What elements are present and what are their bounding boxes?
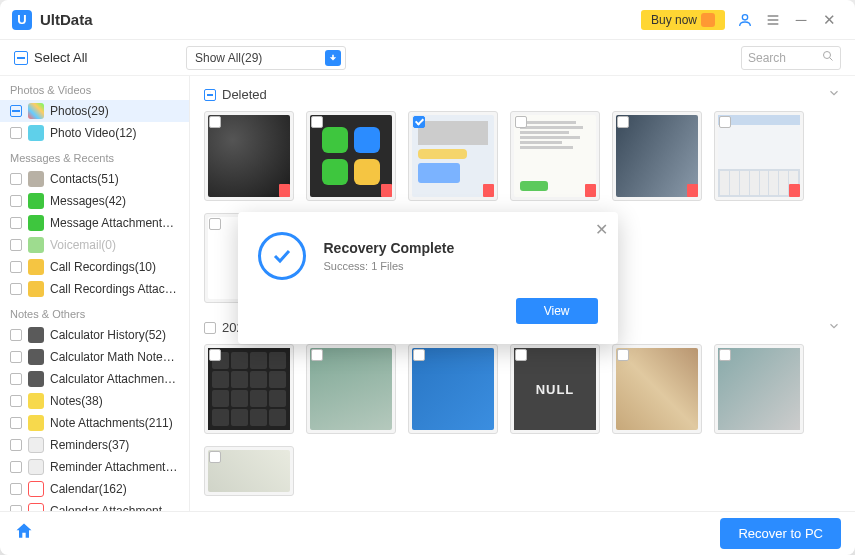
- thumbnail[interactable]: [612, 344, 702, 434]
- select-all-checkbox-icon: [14, 51, 28, 65]
- thumb-checkbox[interactable]: [617, 116, 629, 128]
- thumbnail[interactable]: NULL: [510, 344, 600, 434]
- sidebar-item-calendar[interactable]: Calendar(162): [0, 478, 189, 500]
- chevron-down-icon[interactable]: [827, 86, 841, 103]
- call-icon: [28, 259, 44, 275]
- close-button[interactable]: ✕: [815, 6, 843, 34]
- thumb-checkbox[interactable]: [515, 116, 527, 128]
- thumbnail[interactable]: [306, 111, 396, 201]
- sidebar-item-call-rec[interactable]: Call Recordings(10): [0, 256, 189, 278]
- sidebar-item-photos[interactable]: Photos(29): [0, 100, 189, 122]
- thumb-checkbox[interactable]: [209, 116, 221, 128]
- checkbox-icon: [10, 127, 22, 139]
- section-deleted-header[interactable]: Deleted: [204, 82, 841, 111]
- view-button[interactable]: View: [516, 298, 598, 324]
- sidebar-item-note-att[interactable]: Note Attachments(211): [0, 412, 189, 434]
- recover-button[interactable]: Recover to PC: [720, 518, 841, 549]
- sidebar-item-label: Contacts(51): [50, 172, 119, 186]
- sidebar-item-label: Notes(38): [50, 394, 103, 408]
- success-check-icon: [258, 232, 306, 280]
- call-att-icon: [28, 281, 44, 297]
- thumbnail[interactable]: [408, 111, 498, 201]
- app-logo-icon: U: [12, 10, 32, 30]
- sidebar-item-calc-hist[interactable]: Calculator History(52): [0, 324, 189, 346]
- calc-icon: [28, 327, 44, 343]
- calc-icon: [28, 349, 44, 365]
- sidebar-item-calc-math[interactable]: Calculator Math Notes(6): [0, 346, 189, 368]
- sidebar-item-photo-video[interactable]: Photo Video(12): [0, 122, 189, 144]
- category-photos-videos: Photos & Videos: [0, 76, 189, 100]
- sidebar-item-reminder-att[interactable]: Reminder Attachments(27): [0, 456, 189, 478]
- user-icon[interactable]: [731, 6, 759, 34]
- thumb-checkbox[interactable]: [311, 349, 323, 361]
- thumb-checkbox[interactable]: [209, 451, 221, 463]
- app-title: UltData: [40, 11, 93, 28]
- thumbnail[interactable]: [714, 111, 804, 201]
- video-icon: [28, 125, 44, 141]
- sidebar-item-label: Photo Video(12): [50, 126, 137, 140]
- search-input[interactable]: Search: [741, 46, 841, 70]
- checkbox-icon: [10, 351, 22, 363]
- sidebar-item-label: Calculator History(52): [50, 328, 166, 342]
- deleted-badge-icon: [585, 184, 596, 197]
- checkbox-icon: [10, 261, 22, 273]
- sidebar-item-voicemail[interactable]: Voicemail(0): [0, 234, 189, 256]
- home-icon[interactable]: [14, 521, 34, 546]
- select-all-label: Select All: [34, 50, 87, 65]
- thumbnail[interactable]: [408, 344, 498, 434]
- checkbox-icon: [10, 439, 22, 451]
- chevron-down-icon[interactable]: [827, 319, 841, 336]
- thumb-checkbox[interactable]: [515, 349, 527, 361]
- thumb-checkbox[interactable]: [413, 349, 425, 361]
- attachment-icon: [28, 215, 44, 231]
- sidebar-item-reminders[interactable]: Reminders(37): [0, 434, 189, 456]
- sidebar-item-label: Photos(29): [50, 104, 109, 118]
- search-placeholder: Search: [748, 51, 822, 65]
- deleted-badge-icon: [789, 184, 800, 197]
- sidebar-item-contacts[interactable]: Contacts(51): [0, 168, 189, 190]
- checkbox-icon: [10, 173, 22, 185]
- thumbnail[interactable]: [204, 111, 294, 201]
- select-all-toggle[interactable]: Select All: [14, 50, 176, 65]
- thumb-checkbox[interactable]: [719, 349, 731, 361]
- thumb-checkbox[interactable]: [209, 349, 221, 361]
- sidebar-item-label: Note Attachments(211): [50, 416, 173, 430]
- thumbnail[interactable]: [204, 446, 294, 496]
- thumbnail[interactable]: [204, 344, 294, 434]
- checkbox-icon: [10, 105, 22, 117]
- footer: Recover to PC: [0, 511, 855, 555]
- thumb-checkbox[interactable]: [413, 116, 425, 128]
- checkbox-icon: [10, 373, 22, 385]
- sidebar-item-notes[interactable]: Notes(38): [0, 390, 189, 412]
- filter-dropdown[interactable]: Show All(29): [186, 46, 346, 70]
- svg-line-5: [830, 58, 833, 61]
- thumbnail[interactable]: [306, 344, 396, 434]
- sidebar-item-messages[interactable]: Messages(42): [0, 190, 189, 212]
- reminders-icon: [28, 459, 44, 475]
- thumbnail[interactable]: [714, 344, 804, 434]
- thumb-checkbox[interactable]: [209, 218, 221, 230]
- buy-now-button[interactable]: Buy now: [641, 10, 725, 30]
- checkbox-icon: [10, 461, 22, 473]
- sidebar-item-calendar-att[interactable]: Calendar Attachments(1): [0, 500, 189, 511]
- svg-point-0: [742, 14, 747, 19]
- modal-close-button[interactable]: ✕: [595, 220, 608, 239]
- sidebar-item-label: Messages(42): [50, 194, 126, 208]
- minimize-button[interactable]: ─: [787, 6, 815, 34]
- modal-title: Recovery Complete: [324, 240, 455, 256]
- menu-icon[interactable]: [759, 6, 787, 34]
- sidebar-item-call-rec-att[interactable]: Call Recordings Attachment...: [0, 278, 189, 300]
- thumb-checkbox[interactable]: [617, 349, 629, 361]
- deleted-badge-icon: [687, 184, 698, 197]
- sidebar-item-calc-att[interactable]: Calculator Attachments(30): [0, 368, 189, 390]
- thumb-checkbox[interactable]: [719, 116, 731, 128]
- titlebar: U UltData Buy now ─ ✕: [0, 0, 855, 40]
- sidebar-item-msg-att[interactable]: Message Attachments(16): [0, 212, 189, 234]
- section-checkbox-icon: [204, 322, 216, 334]
- sidebar-item-label: Reminders(37): [50, 438, 129, 452]
- thumbnail[interactable]: [510, 111, 600, 201]
- thumbnail[interactable]: [612, 111, 702, 201]
- section-checkbox-icon: [204, 89, 216, 101]
- deleted-badge-icon: [381, 184, 392, 197]
- thumb-checkbox[interactable]: [311, 116, 323, 128]
